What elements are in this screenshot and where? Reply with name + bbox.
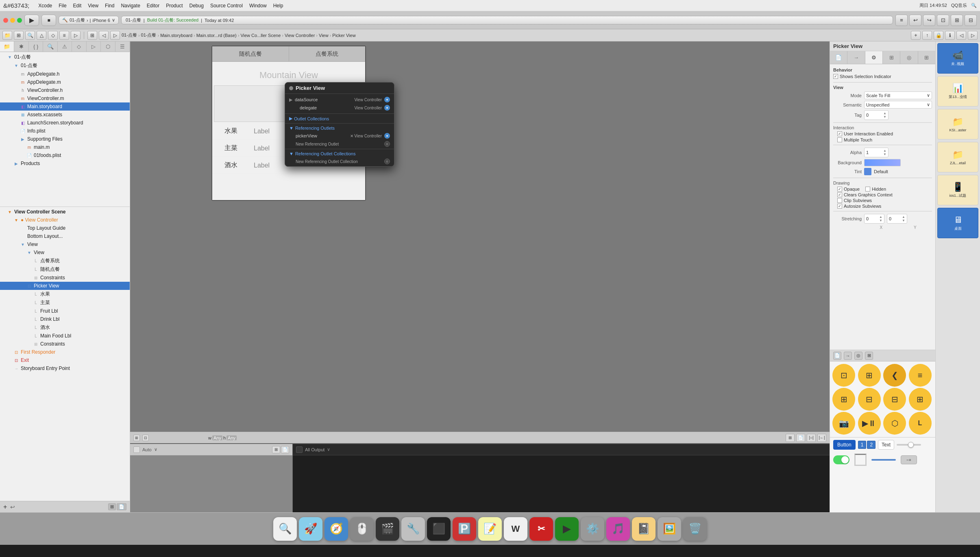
scene-label-main-food[interactable]: L Main Food Lbl: [0, 332, 130, 340]
obj-lib-tab3[interactable]: ◎: [854, 352, 862, 360]
breadcrumb-main-base[interactable]: Main.stor...rd (Base): [196, 33, 237, 38]
nav-tab-breakpoint[interactable]: ⬡: [101, 41, 115, 52]
scene-label-random[interactable]: L 随机点餐: [0, 265, 130, 274]
obj-stepper-item[interactable]: −+: [901, 455, 917, 464]
scene-label-drink[interactable]: L 酒水: [0, 323, 130, 332]
tree-item-appdelegate-m[interactable]: m AppDelegate.m: [0, 78, 130, 86]
tree-item-01foods[interactable]: 📄 01foods.plist: [0, 151, 130, 159]
obj-item-camera[interactable]: 📷: [832, 412, 855, 435]
semantic-select[interactable]: Unspecified ∨: [864, 101, 932, 109]
dock-book[interactable]: 📓: [632, 517, 656, 541]
scene-first-responder[interactable]: ⊡ First Responder: [0, 348, 130, 356]
storyboard-add-btn[interactable]: +: [911, 31, 921, 40]
nav-shape-btn[interactable]: △: [37, 31, 46, 40]
inspector-tab-size[interactable]: ⊞: [883, 51, 900, 64]
editor-assistant-btn[interactable]: ↩: [909, 15, 921, 26]
dock-quicktime[interactable]: 🎬: [376, 517, 399, 541]
multiple-touch-checkbox[interactable]: [837, 137, 842, 142]
scene-label-fruit[interactable]: L 水果: [0, 290, 130, 298]
popup-ref-outlet-coll-title[interactable]: ▼ Referencing Outlet Collections: [285, 150, 394, 157]
tree-item-01canting[interactable]: ▼ 01-点餐: [0, 61, 130, 70]
size-class-any2[interactable]: Any: [226, 435, 237, 440]
obj-item-nav[interactable]: ❮: [883, 364, 906, 387]
menu-find[interactable]: Find: [105, 3, 114, 9]
storyboard-grid-btn[interactable]: ⊞: [87, 31, 97, 40]
tag-stepper[interactable]: ▲ ▼: [883, 111, 886, 119]
popup-datasource-connect-btn[interactable]: ●: [384, 97, 390, 102]
tree-item-info-plist[interactable]: 📄 Info.plist: [0, 127, 130, 135]
dock-notes[interactable]: 📝: [478, 517, 502, 541]
mode-select[interactable]: Scale To Fill ∨: [864, 91, 932, 99]
apple-menu[interactable]: &#63743;: [3, 2, 29, 9]
obj-progress-item[interactable]: [871, 459, 896, 461]
editor-standard-btn[interactable]: ≡: [895, 15, 908, 26]
obj-item-view[interactable]: ⊡: [832, 364, 855, 387]
scheme-selector[interactable]: 🔨 01-点餐 › | iPhone 6 ∨: [59, 16, 119, 24]
popup-delegate-connect-btn[interactable]: ●: [384, 105, 390, 111]
canvas-zoom-btn[interactable]: ⊞: [133, 435, 140, 441]
scene-label-fruit-lbl[interactable]: L Fruit Lbl: [0, 307, 130, 315]
obj-item-play[interactable]: ▶⏸: [858, 412, 881, 435]
nav-search-btn[interactable]: 🔍: [25, 31, 35, 40]
minimize-button[interactable]: [10, 18, 15, 23]
dock-terminal[interactable]: ⬛: [427, 517, 451, 541]
breadcrumb-main-storyboard[interactable]: Main.storyboard: [160, 33, 192, 38]
filter-scope-btn[interactable]: ⊞: [108, 503, 116, 510]
nav-history-back[interactable]: ↩: [10, 504, 15, 510]
inspector-tab-attributes[interactable]: ⚙: [865, 51, 883, 64]
obj-spinner-item[interactable]: [854, 454, 867, 466]
nav-tab-debug[interactable]: ▷: [87, 41, 101, 52]
dock-mouse[interactable]: 🖱️: [350, 517, 374, 541]
debug-left-btn1[interactable]: [133, 446, 140, 453]
obj-button-item[interactable]: Button: [833, 440, 856, 450]
obj-item-list[interactable]: ≡: [909, 364, 932, 387]
navigator-toggle-btn[interactable]: ⊡: [937, 15, 949, 26]
editor-version-btn[interactable]: ↪: [923, 15, 935, 26]
scene-label-drink-lbl[interactable]: L Drink Lbl: [0, 315, 130, 323]
breadcrumb-controller[interactable]: View Controller: [285, 33, 315, 38]
menu-editor[interactable]: Editor: [147, 3, 159, 9]
segment-1-btn[interactable]: 1: [858, 441, 867, 449]
scene-label-canting[interactable]: L 点餐系统: [0, 257, 130, 265]
size-class-any1[interactable]: Any: [212, 435, 222, 440]
tag-field[interactable]: 0 ▲ ▼: [864, 110, 889, 120]
obj-segmented-item[interactable]: 1 2: [858, 441, 875, 449]
popup-outlet-collections-title[interactable]: ▶ Outlet Collections: [285, 115, 394, 122]
obj-lib-tab2[interactable]: →: [844, 352, 852, 360]
dock-iphoto[interactable]: 🖼️: [658, 517, 681, 541]
nav-tab-symbol[interactable]: { }: [29, 41, 43, 52]
tree-item-supporting[interactable]: ▶ Supporting Files: [0, 135, 130, 143]
slider-thumb[interactable]: [908, 442, 914, 448]
stretching-y-field[interactable]: 0 ▲▼: [887, 214, 907, 224]
tree-item-products[interactable]: ▶ Products: [0, 159, 130, 168]
obj-text-item[interactable]: Text: [878, 440, 894, 450]
popup-outlet-delegate-row[interactable]: delegate View Controller ●: [285, 104, 394, 112]
menu-file[interactable]: File: [59, 3, 66, 9]
scene-top-layout[interactable]: Top Layout Guide: [0, 224, 130, 232]
tree-item-root[interactable]: ▼ 01-点餐: [0, 53, 130, 61]
shows-selection-checkbox[interactable]: ✓: [833, 74, 838, 79]
canvas-fit-btn[interactable]: ⊡: [142, 435, 149, 441]
filter-text-btn[interactable]: 📄: [117, 503, 126, 510]
scene-view-inner[interactable]: ▼ View: [0, 248, 130, 257]
autoresize-checkbox[interactable]: ✓: [837, 204, 842, 209]
inspector-tab-file[interactable]: 📄: [830, 51, 847, 64]
breadcrumb-scene[interactable]: View Co...ller Scene: [240, 33, 281, 38]
obj-item-grid2[interactable]: ⊞: [832, 388, 855, 411]
nav-tab-log[interactable]: ☰: [115, 41, 130, 52]
obj-slider-item[interactable]: [897, 444, 921, 446]
tree-item-vc-m[interactable]: m ViewController.m: [0, 94, 130, 102]
menu-source-control[interactable]: Source Control: [210, 3, 243, 9]
storyboard-lock-btn[interactable]: 🔒: [934, 31, 943, 40]
canvas-doc-btn[interactable]: 📄: [796, 434, 805, 442]
file-thumb-ksi[interactable]: 📁 KSI...aster: [937, 109, 978, 139]
ios-tab-order[interactable]: 点餐系统: [289, 46, 366, 61]
clip-subviews-checkbox[interactable]: [837, 198, 842, 203]
opaque-checkbox[interactable]: ✓: [837, 187, 842, 191]
scene-view-outer[interactable]: ▼ View: [0, 240, 130, 248]
popup-pickerview-row[interactable]: pickerView ✕ View Controller ●: [285, 132, 394, 140]
nav-grid-btn[interactable]: ⊞: [14, 31, 24, 40]
debug-filter-btn[interactable]: 📄: [281, 446, 289, 453]
menu-product[interactable]: Product: [166, 3, 183, 9]
maximize-button[interactable]: [17, 18, 22, 23]
